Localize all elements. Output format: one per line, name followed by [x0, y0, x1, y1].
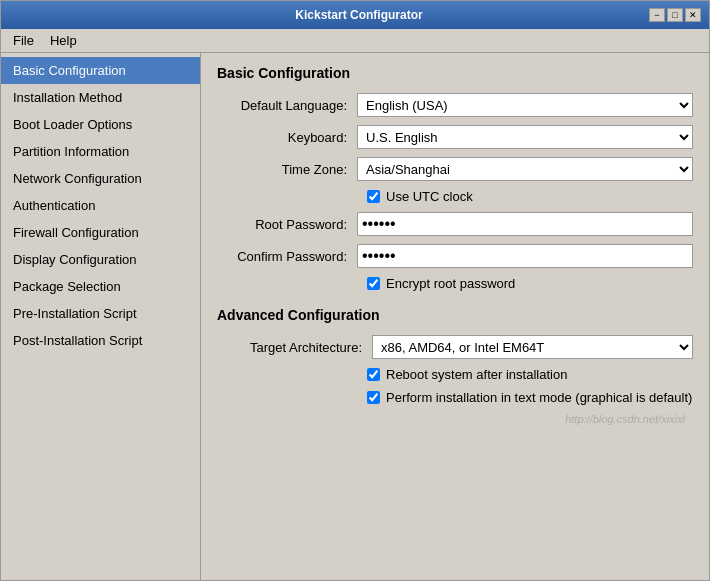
- sidebar-item-authentication[interactable]: Authentication: [1, 192, 200, 219]
- window-title: Kickstart Configurator: [69, 8, 649, 22]
- advanced-config-title: Advanced Configuration: [217, 307, 693, 323]
- menu-help[interactable]: Help: [42, 31, 85, 50]
- timezone-row: Time Zone: Asia/Shanghai: [217, 157, 693, 181]
- advanced-config-section: Advanced Configuration Target Architectu…: [217, 307, 693, 405]
- timezone-select[interactable]: Asia/Shanghai: [357, 157, 693, 181]
- confirm-password-row: Confirm Password:: [217, 244, 693, 268]
- text-mode-checkbox[interactable]: [367, 391, 380, 404]
- confirm-password-label: Confirm Password:: [217, 249, 357, 264]
- keyboard-select[interactable]: U.S. English: [357, 125, 693, 149]
- timezone-label: Time Zone:: [217, 162, 357, 177]
- reboot-checkbox[interactable]: [367, 368, 380, 381]
- main-panel: Basic Configuration Default Language: En…: [201, 53, 709, 580]
- main-window: Kickstart Configurator − □ ✕ File Help B…: [0, 0, 710, 581]
- sidebar-item-basic-configuration[interactable]: Basic Configuration: [1, 57, 200, 84]
- root-password-input[interactable]: [357, 212, 693, 236]
- minimize-button[interactable]: −: [649, 8, 665, 22]
- sidebar-item-package-selection[interactable]: Package Selection: [1, 273, 200, 300]
- watermark: http://blog.csdn.net/xixixl: [217, 413, 693, 425]
- sidebar-item-display-configuration[interactable]: Display Configuration: [1, 246, 200, 273]
- menu-bar: File Help: [1, 29, 709, 53]
- confirm-password-input[interactable]: [357, 244, 693, 268]
- close-button[interactable]: ✕: [685, 8, 701, 22]
- encrypt-root-row: Encrypt root password: [367, 276, 693, 291]
- text-mode-row: Perform installation in text mode (graph…: [367, 390, 693, 405]
- keyboard-row: Keyboard: U.S. English: [217, 125, 693, 149]
- target-arch-row: Target Architecture: x86, AMD64, or Inte…: [217, 335, 693, 359]
- utc-clock-label: Use UTC clock: [386, 189, 473, 204]
- keyboard-label: Keyboard:: [217, 130, 357, 145]
- window-controls: − □ ✕: [649, 8, 701, 22]
- encrypt-root-label: Encrypt root password: [386, 276, 515, 291]
- target-arch-control: x86, AMD64, or Intel EM64T: [372, 335, 693, 359]
- sidebar-item-partition-information[interactable]: Partition Information: [1, 138, 200, 165]
- encrypt-root-checkbox[interactable]: [367, 277, 380, 290]
- default-language-select[interactable]: English (USA): [357, 93, 693, 117]
- reboot-label: Reboot system after installation: [386, 367, 567, 382]
- maximize-button[interactable]: □: [667, 8, 683, 22]
- sidebar-item-installation-method[interactable]: Installation Method: [1, 84, 200, 111]
- target-arch-select[interactable]: x86, AMD64, or Intel EM64T: [372, 335, 693, 359]
- utc-clock-row: Use UTC clock: [367, 189, 693, 204]
- timezone-control: Asia/Shanghai: [357, 157, 693, 181]
- text-mode-label: Perform installation in text mode (graph…: [386, 390, 692, 405]
- sidebar-item-network-configuration[interactable]: Network Configuration: [1, 165, 200, 192]
- sidebar-item-boot-loader-options[interactable]: Boot Loader Options: [1, 111, 200, 138]
- menu-file[interactable]: File: [5, 31, 42, 50]
- sidebar: Basic Configuration Installation Method …: [1, 53, 201, 580]
- root-password-label: Root Password:: [217, 217, 357, 232]
- keyboard-control: U.S. English: [357, 125, 693, 149]
- title-bar: Kickstart Configurator − □ ✕: [1, 1, 709, 29]
- root-password-control: [357, 212, 693, 236]
- basic-config-title: Basic Configuration: [217, 65, 693, 81]
- default-language-label: Default Language:: [217, 98, 357, 113]
- reboot-row: Reboot system after installation: [367, 367, 693, 382]
- utc-clock-checkbox[interactable]: [367, 190, 380, 203]
- target-arch-label: Target Architecture:: [217, 340, 372, 355]
- root-password-row: Root Password:: [217, 212, 693, 236]
- default-language-row: Default Language: English (USA): [217, 93, 693, 117]
- content-area: Basic Configuration Installation Method …: [1, 53, 709, 580]
- sidebar-item-post-installation-script[interactable]: Post-Installation Script: [1, 327, 200, 354]
- default-language-control: English (USA): [357, 93, 693, 117]
- confirm-password-control: [357, 244, 693, 268]
- sidebar-item-pre-installation-script[interactable]: Pre-Installation Script: [1, 300, 200, 327]
- sidebar-item-firewall-configuration[interactable]: Firewall Configuration: [1, 219, 200, 246]
